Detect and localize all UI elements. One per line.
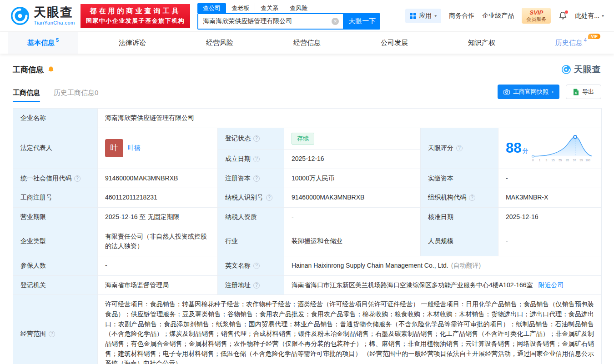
tab-label: 基本信息: [27, 39, 55, 47]
help-icon[interactable]: ?: [253, 175, 260, 182]
value-staff-size: -: [498, 227, 602, 256]
search-tabs: 查公司 查老板 查关系 查风险: [197, 2, 380, 13]
search-box: ×: [197, 13, 344, 30]
search-tab-boss[interactable]: 查老板: [226, 3, 255, 13]
search-button[interactable]: 天眼一下: [344, 13, 380, 30]
tab-basic-info[interactable]: 基本信息5: [8, 32, 78, 54]
label-text: 英文名称: [225, 262, 251, 269]
search-tab-relation[interactable]: 查关系: [255, 3, 284, 13]
tab-operating-risk[interactable]: 经营风险: [187, 32, 252, 54]
value-company-name: 海南海欣荣供应链管理有限公司: [98, 109, 602, 128]
value-insured-count: -: [98, 256, 218, 275]
notification-bell-icon[interactable]: [559, 11, 567, 20]
tab-legal-proceedings[interactable]: 法律诉讼: [100, 32, 165, 54]
value-company-type: 有限责任公司（非自然人投资或控股的法人独资）: [98, 227, 218, 256]
label-reg-status: 登记状态?: [218, 128, 284, 149]
tab-label: 知识产权: [468, 39, 495, 47]
help-icon[interactable]: ?: [456, 145, 463, 151]
label-insured-count: 参保人数: [13, 256, 98, 275]
promo-line1: 都在用的商业查询工具: [86, 7, 185, 15]
label-business-scope: 经营范围?: [13, 295, 98, 364]
label-text: 注册资本: [225, 175, 251, 182]
help-icon[interactable]: ?: [266, 194, 272, 201]
search-input[interactable]: [198, 18, 332, 25]
label-legal-rep: 法定代表人: [13, 128, 98, 169]
label-text: 登记状态: [225, 135, 251, 142]
help-icon[interactable]: ?: [253, 135, 260, 142]
label-registration-authority: 登记机关: [13, 275, 98, 295]
help-icon[interactable]: ?: [469, 194, 475, 201]
chevron-down-icon: ▾: [602, 13, 604, 18]
tab-label: 法律诉讼: [119, 39, 146, 47]
apps-menu[interactable]: 应用 ▾: [405, 9, 441, 23]
help-icon[interactable]: ?: [49, 331, 55, 337]
value-legal-rep: 叶 叶禧: [98, 128, 218, 169]
svg-text:1: 1: [539, 159, 541, 162]
help-icon[interactable]: ?: [74, 175, 81, 182]
label-company-name: 企业名称: [13, 109, 98, 128]
search-area: 查公司 查老板 查关系 查风险 × 天眼一下: [197, 2, 380, 30]
help-icon[interactable]: ?: [253, 263, 260, 269]
value-business-scope: 许可经营项目：食品销售；转基因棉花种子经营；农作物种子经营；酒类经营（许可经营项…: [98, 295, 602, 364]
tab-company-development[interactable]: 公司发展: [362, 32, 427, 54]
tab-history-info[interactable]: 历史信息4 VIP: [536, 32, 606, 54]
tianyancha-logo[interactable]: 天眼查 TianYanCha.com: [10, 6, 75, 26]
tianyancha-watermark: 天眼查: [561, 64, 601, 75]
tab-count: 5: [56, 37, 59, 43]
status-badge: 存续: [292, 133, 314, 145]
help-icon[interactable]: ?: [253, 156, 260, 162]
value-reg-capital: 10000万人民币: [284, 169, 421, 188]
tab-operating-info[interactable]: 经营信息: [274, 32, 340, 54]
search-tab-company[interactable]: 查公司: [197, 3, 226, 13]
value-registered-address: 海南省海口市江东新区美兰机场路海口空港综保区多功能产业服务中心4楼A102-16…: [284, 275, 602, 295]
top-header: 天眼查 TianYanCha.com 都在用的商业查询工具 国家中小企业发展子基…: [0, 0, 614, 32]
user-menu-label: 此处有...: [575, 12, 599, 20]
vip-badge: VIP: [588, 34, 600, 39]
label-staff-size: 人员规模: [421, 227, 498, 256]
legal-rep-link[interactable]: 叶禧: [128, 143, 141, 153]
label-org-code: 组织机构代码?: [421, 188, 498, 208]
company-nav: 基本信息5 法律诉讼 经营风险 经营信息 公司发展 知识产权 历史信息4 VIP: [0, 32, 614, 54]
subtab-history-business-info[interactable]: 历史工商信息0: [54, 89, 98, 102]
export-button[interactable]: 导出: [566, 85, 601, 99]
subtab-business-info[interactable]: 工商信息: [13, 89, 40, 102]
official-snapshot-button[interactable]: 工商官网快照 ›: [498, 85, 559, 99]
value-taxpayer-id: 91460000MAK3MNBRXB: [284, 188, 421, 208]
label-text: 注册地址: [225, 281, 251, 289]
svip-badge[interactable]: SVIP 会员服务: [522, 8, 551, 24]
export-label: 导出: [582, 88, 594, 96]
score-number-wrap: 88分: [506, 137, 528, 159]
clear-search-icon[interactable]: ×: [332, 18, 339, 25]
subscribe-bell-icon[interactable]: [47, 66, 55, 73]
search-tab-risk[interactable]: 查风险: [284, 3, 313, 13]
value-reg-status: 存续: [284, 128, 421, 149]
nearby-companies-link[interactable]: 附近公司: [538, 281, 564, 289]
arrow-right-icon: ›: [552, 89, 554, 95]
user-menu[interactable]: 此处有... ▾: [575, 12, 604, 20]
score-unit: 分: [522, 147, 528, 154]
svg-text:55: 55: [559, 159, 562, 162]
legal-rep-avatar[interactable]: 叶: [105, 139, 123, 157]
business-coop-link[interactable]: 商务合作: [449, 12, 474, 20]
help-icon[interactable]: ?: [253, 282, 260, 289]
tab-label: 经营信息: [293, 39, 321, 47]
tab-intellectual-property[interactable]: 知识产权: [449, 32, 514, 54]
label-business-term: 营业期限: [13, 207, 98, 227]
value-taxpayer-qualification: -: [284, 207, 421, 227]
value-approval-date: 2025-12-16: [498, 207, 602, 227]
label-credit-code: 统一社会信用代码?: [13, 169, 98, 188]
watermark-text: 天眼查: [574, 64, 601, 75]
address-text: 海南省海口市江东新区美兰机场路海口空港综保区多功能产业服务中心4楼A102-16…: [292, 281, 533, 289]
value-english-name: Hainan Haixinrong Supply Chain Managemen…: [284, 256, 602, 275]
tab-count: 4: [584, 37, 587, 43]
label-industry: 行业: [218, 227, 284, 256]
apps-label: 应用: [419, 12, 432, 20]
label-approval-date: 核准日期: [421, 207, 498, 227]
tab-label: 经营风险: [206, 39, 233, 47]
label-reg-capital: 注册资本?: [218, 169, 284, 188]
svip-label: SVIP: [526, 9, 546, 16]
promo-banner: 都在用的商业查询工具 国家中小企业发展子基金旗下机构: [81, 4, 191, 28]
value-credit-code: 91460000MAK3MNBRXB: [98, 169, 218, 188]
app-grid-icon: [410, 13, 416, 19]
enterprise-product-link[interactable]: 企业级产品: [482, 12, 514, 20]
